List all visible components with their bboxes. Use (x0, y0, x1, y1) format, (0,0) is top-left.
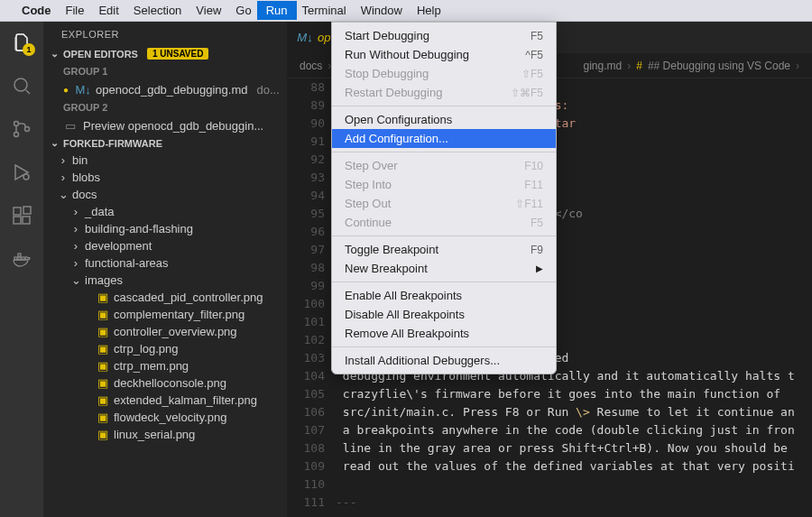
image-icon: ▣ (97, 393, 108, 407)
menu-item-step-over: Step OverF10 (332, 156, 556, 175)
menu-item-run-without-debugging[interactable]: Run Without Debugging^F5 (332, 45, 556, 64)
open-editors-label: OPEN EDITORS (63, 49, 138, 60)
file-tree: ›bin›blobs⌄docs›_data›building-and-flash… (43, 152, 287, 517)
project-label: FORKED-FIRMWARE (63, 138, 162, 149)
menu-item-install-additional-debuggers[interactable]: Install Additional Debuggers... (332, 351, 556, 370)
file-item[interactable]: ▣ctrp_log.png (43, 340, 287, 357)
menu-item-label: New Breakpoint (345, 262, 428, 275)
file-item[interactable]: ▣ctrp_mem.png (43, 357, 287, 374)
file-label: deckhelloconsole.png (114, 376, 226, 390)
folder-label: building-and-flashing (85, 222, 193, 235)
chevron-right-icon: › (70, 222, 81, 235)
image-icon: ▣ (97, 291, 108, 304)
search-icon[interactable] (10, 74, 33, 97)
menu-separator (332, 106, 556, 106)
menubar-run[interactable]: Run (257, 1, 297, 20)
folder-development[interactable]: ›development (43, 237, 287, 254)
menu-item-open-configurations[interactable]: Open Configurations (332, 110, 556, 129)
explorer-sidebar: EXPLORER ⌄ OPEN EDITORS 1 UNSAVED GROUP … (43, 22, 287, 517)
menu-separator (332, 346, 556, 347)
docker-icon[interactable] (10, 247, 33, 271)
image-icon: ▣ (97, 376, 108, 390)
svg-rect-7 (23, 217, 30, 224)
menubar-terminal[interactable]: Terminal (302, 4, 346, 17)
file-item[interactable]: ▣extended_kalman_filter.png (43, 392, 287, 409)
menu-shortcut: F9 (531, 244, 543, 256)
file-label: complementary_filter.png (114, 308, 245, 321)
folder-bin[interactable]: ›bin (43, 152, 287, 169)
open-editor-file-2[interactable]: ▭ Preview openocd_gdb_debuggin... (43, 116, 287, 134)
extensions-icon[interactable] (10, 204, 33, 227)
menubar-edit[interactable]: Edit (98, 4, 118, 17)
breadcrumb-segment[interactable]: ging.md (583, 60, 622, 72)
file-label: ctrp_log.png (114, 342, 179, 355)
line-gutter: 8889909192939495969798991001011021031041… (287, 78, 336, 517)
menu-shortcut: ⇧F5 (521, 68, 543, 80)
explorer-badge: 1 (23, 43, 35, 56)
menu-item-remove-all-breakpoints[interactable]: Remove All Breakpoints (332, 324, 556, 343)
svg-rect-6 (14, 217, 21, 224)
menu-item-enable-all-breakpoints[interactable]: Enable All Breakpoints (332, 286, 556, 305)
chevron-down-icon: ⌄ (70, 273, 81, 287)
menubar-app[interactable]: Code (22, 4, 51, 17)
open-editors-header[interactable]: ⌄ OPEN EDITORS 1 UNSAVED (43, 45, 287, 62)
image-icon: ▣ (97, 411, 108, 424)
menu-item-label: Step Into (345, 178, 392, 191)
file-item[interactable]: ▣flowdeck_velocity.png (43, 409, 287, 426)
image-icon: ▣ (97, 308, 108, 321)
file-item[interactable]: ▣cascaded_pid_controller.png (43, 289, 287, 306)
chevron-down-icon: ⌄ (49, 48, 60, 60)
chevron-down-icon: ⌄ (49, 137, 60, 149)
file-label: controller_overview.png (114, 325, 237, 338)
file-dir: do... (256, 83, 279, 97)
folder-blobs[interactable]: ›blobs (43, 169, 287, 186)
folder-_data[interactable]: ›_data (43, 203, 287, 220)
svg-rect-12 (18, 254, 21, 256)
folder-images[interactable]: ⌄images (43, 272, 287, 289)
menu-shortcut: ⇧F11 (515, 198, 543, 210)
menu-shortcut: F11 (524, 179, 543, 191)
svg-point-0 (14, 78, 27, 91)
run-debug-icon[interactable] (10, 161, 33, 184)
file-label: ctrp_mem.png (114, 359, 189, 373)
file-item[interactable]: ▣linux_serial.png (43, 426, 287, 443)
menubar: Code File Edit Selection View Go Run Ter… (0, 0, 812, 22)
menubar-file[interactable]: File (66, 4, 85, 17)
folder-building-and-flashing[interactable]: ›building-and-flashing (43, 220, 287, 237)
markdown-icon: M↓ (76, 82, 90, 97)
menu-item-label: Enable All Breakpoints (345, 289, 462, 302)
menu-item-new-breakpoint[interactable]: New Breakpoint▶ (332, 259, 556, 278)
menu-item-disable-all-breakpoints[interactable]: Disable All Breakpoints (332, 305, 556, 324)
menu-shortcut: ⇧⌘F5 (511, 87, 543, 99)
menubar-help[interactable]: Help (417, 4, 441, 17)
project-header[interactable]: ⌄ FORKED-FIRMWARE (43, 134, 287, 152)
image-icon: ▣ (97, 428, 108, 441)
menu-item-label: Restart Debugging (345, 86, 442, 99)
menubar-window[interactable]: Window (361, 4, 402, 17)
menu-item-add-configuration[interactable]: Add Configuration... (332, 129, 556, 148)
explorer-icon[interactable]: 1 (10, 31, 33, 54)
chevron-right-icon: › (70, 205, 81, 218)
menu-separator (332, 152, 556, 152)
svg-rect-5 (14, 208, 21, 215)
menu-item-label: Run Without Debugging (345, 48, 469, 61)
file-item[interactable]: ▣complementary_filter.png (43, 306, 287, 323)
file-item[interactable]: ▣controller_overview.png (43, 323, 287, 340)
menu-item-label: Step Out (345, 197, 391, 210)
open-editor-file-1[interactable]: M↓ openocd_gdb_debugging.md do... (43, 80, 287, 98)
folder-functional-areas[interactable]: ›functional-areas (43, 254, 287, 272)
menu-item-start-debugging[interactable]: Start DebuggingF5 (332, 26, 556, 45)
folder-docs[interactable]: ⌄docs (43, 186, 287, 203)
menubar-selection[interactable]: Selection (134, 4, 181, 17)
folder-label: images (85, 273, 123, 287)
menu-item-label: Continue (345, 216, 392, 229)
menu-item-toggle-breakpoint[interactable]: Toggle BreakpointF9 (332, 240, 556, 259)
group-1-label: GROUP 1 (43, 62, 287, 80)
folder-label: functional-areas (85, 256, 169, 270)
menubar-go[interactable]: Go (235, 4, 251, 17)
file-item[interactable]: ▣deckhelloconsole.png (43, 374, 287, 392)
menubar-view[interactable]: View (196, 4, 221, 17)
source-control-icon[interactable] (10, 117, 33, 141)
breadcrumb-segment[interactable]: ## Debugging using VS Code (648, 60, 790, 72)
breadcrumb-segment[interactable]: docs (300, 60, 322, 72)
